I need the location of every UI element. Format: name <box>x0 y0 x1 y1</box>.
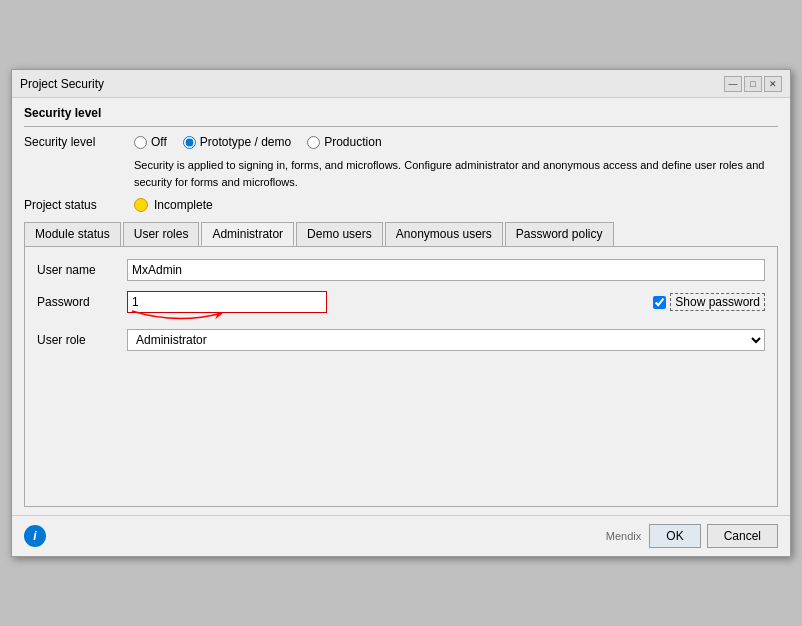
show-password-checkbox[interactable] <box>653 296 666 309</box>
security-level-heading: Security level <box>24 106 778 120</box>
radio-prototype-label: Prototype / demo <box>200 135 291 149</box>
mendix-logo: Mendix <box>606 530 641 542</box>
project-status-label: Project status <box>24 198 134 212</box>
window-content: Security level Security level Off Protot… <box>12 98 790 515</box>
tab-password-policy[interactable]: Password policy <box>505 222 614 246</box>
radio-prototype-input[interactable] <box>183 136 196 149</box>
show-password-label[interactable]: Show password <box>670 293 765 311</box>
project-security-window: Project Security — □ ✕ Security level Se… <box>11 69 791 557</box>
security-level-row: Security level Off Prototype / demo Prod… <box>24 135 778 149</box>
security-info-text: Security is applied to signing in, forms… <box>134 157 778 190</box>
status-icon <box>134 198 148 212</box>
username-label: User name <box>37 263 127 277</box>
bottom-buttons: OK Cancel <box>649 524 778 548</box>
tab-administrator[interactable]: Administrator <box>201 222 294 246</box>
close-button[interactable]: ✕ <box>764 76 782 92</box>
tab-demo-users[interactable]: Demo users <box>296 222 383 246</box>
section-divider <box>24 126 778 127</box>
radio-off-input[interactable] <box>134 136 147 149</box>
radio-off[interactable]: Off <box>134 135 167 149</box>
tab-content-administrator: User name Password Show p <box>24 247 778 507</box>
security-level-label: Security level <box>24 135 134 149</box>
password-input-wrap: Show password <box>127 291 765 313</box>
minimize-button[interactable]: — <box>724 76 742 92</box>
title-bar: Project Security — □ ✕ <box>12 70 790 98</box>
tab-module-status[interactable]: Module status <box>24 222 121 246</box>
project-status-row: Project status Incomplete <box>24 198 778 212</box>
project-status-value: Incomplete <box>154 198 213 212</box>
show-password-wrap: Show password <box>653 293 765 311</box>
radio-prototype[interactable]: Prototype / demo <box>183 135 291 149</box>
radio-production[interactable]: Production <box>307 135 381 149</box>
radio-off-label: Off <box>151 135 167 149</box>
tabs-container: Module status User roles Administrator D… <box>24 222 778 247</box>
tab-anonymous-users[interactable]: Anonymous users <box>385 222 503 246</box>
cancel-button[interactable]: Cancel <box>707 524 778 548</box>
maximize-button[interactable]: □ <box>744 76 762 92</box>
bottom-left: i <box>24 525 46 547</box>
title-bar-controls: — □ ✕ <box>724 76 782 92</box>
username-input[interactable] <box>127 259 765 281</box>
tab-user-roles[interactable]: User roles <box>123 222 200 246</box>
user-role-select[interactable]: Administrator User Guest <box>127 329 765 351</box>
security-level-radio-group: Off Prototype / demo Production <box>134 135 382 149</box>
bottom-bar: i Mendix OK Cancel <box>12 515 790 556</box>
ok-button[interactable]: OK <box>649 524 700 548</box>
user-role-label: User role <box>37 333 127 347</box>
radio-production-label: Production <box>324 135 381 149</box>
password-row: Password Show password <box>37 291 765 313</box>
radio-production-input[interactable] <box>307 136 320 149</box>
user-role-row: User role Administrator User Guest <box>37 329 765 351</box>
password-label: Password <box>37 295 127 309</box>
bottom-right-wrap: Mendix OK Cancel <box>606 524 778 548</box>
username-row: User name <box>37 259 765 281</box>
password-input[interactable] <box>127 291 327 313</box>
window-title: Project Security <box>20 77 104 91</box>
info-icon[interactable]: i <box>24 525 46 547</box>
